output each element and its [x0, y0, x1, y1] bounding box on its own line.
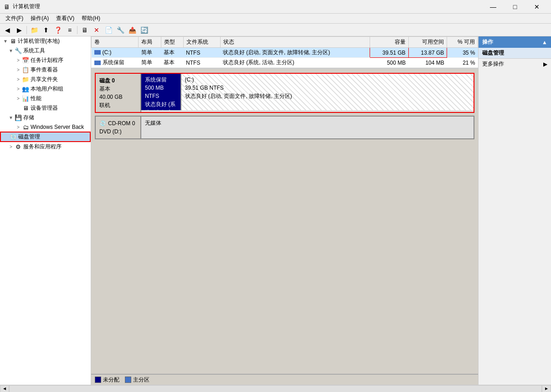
disk-0-size: 40.00 GB	[99, 93, 137, 101]
new-button[interactable]: 📄	[103, 25, 114, 35]
menu-file[interactable]: 文件(F)	[2, 14, 27, 23]
table-row[interactable]: 系统保留简单基本NTFS状态良好 (系统, 活动, 主分区)500 MB104 …	[92, 58, 478, 68]
table-cell-layout: 简单	[139, 48, 161, 58]
sidebar-shared-folders[interactable]: > 📁 共享文件夹	[0, 75, 91, 84]
disk-0-name: 磁盘 0	[99, 76, 137, 85]
bottom-scrollbar[interactable]: ◀ ▶	[0, 385, 551, 392]
menu-help[interactable]: 帮助(H)	[78, 14, 104, 23]
table-cell-free: 104 MB	[408, 58, 447, 68]
delete-button[interactable]: ✕	[91, 25, 102, 35]
close-button[interactable]: ✕	[526, 0, 547, 14]
scroll-left-btn[interactable]: ◀	[0, 385, 9, 392]
cdrom-0-type: DVD (D:)	[99, 127, 137, 136]
actions-more[interactable]: 更多操作 ▶	[479, 59, 551, 69]
sidebar-event-viewer-label: 事件查看器	[31, 66, 58, 74]
empty-area	[95, 142, 474, 233]
toolbar-sep-2	[77, 26, 77, 34]
sidebar: ▼ 🖥 计算机管理(本地) ▼ 🔧 系统工具 > 📅 任务计划程序 > 📋 事件…	[0, 36, 91, 385]
content-area: 卷 布局 类型 文件系统 状态 容量 可用空间 % 可用 (C:)简单基本NTF…	[91, 36, 478, 385]
up-button[interactable]: ⬆	[41, 25, 51, 35]
local-users-icon: 👥	[22, 86, 29, 93]
toolbar: ◀ ▶ 📁 ⬆ ❓ ≡ 🖥 ✕ 📄 🔧 📤 🔄	[0, 24, 551, 36]
help-button[interactable]: ❓	[52, 25, 63, 35]
part-sysres-label: 系统保留	[145, 76, 177, 84]
list-button[interactable]: ≡	[64, 25, 75, 35]
sidebar-disk-management-label: 磁盘管理	[18, 133, 40, 141]
table-cell-free: 13.87 GB	[408, 48, 447, 58]
table-cell-vol: 系统保留	[92, 58, 139, 68]
sidebar-storage-label: 存储	[23, 114, 34, 122]
sidebar-performance[interactable]: > 📊 性能	[0, 94, 91, 103]
menu-bar: 文件(F) 操作(A) 查看(V) 帮助(H)	[0, 14, 551, 24]
sidebar-services-label: 服务和应用程序	[23, 143, 62, 151]
sidebar-root-label: 计算机管理(本地)	[18, 37, 60, 45]
vol-label: (C:)	[103, 49, 112, 56]
sidebar-local-users-label: 本地用户和组	[31, 85, 63, 93]
menu-action[interactable]: 操作(A)	[27, 14, 52, 23]
expand-local-users: >	[15, 87, 22, 92]
partition-c[interactable]: (C:) 39.51 GB NTFS 状态良好 (启动, 页面文件, 故障转储,…	[181, 74, 474, 110]
actions-title: 操作	[482, 38, 493, 46]
table-row[interactable]: (C:)简单基本NTFS状态良好 (启动, 页面文件, 故障转储, 主分区)39…	[92, 48, 478, 58]
actions-subheader: 磁盘管理	[479, 48, 551, 59]
back-button[interactable]: ◀	[2, 25, 13, 35]
sidebar-disk-management[interactable]: 💿 磁盘管理	[0, 132, 91, 142]
minimize-button[interactable]: —	[483, 0, 504, 14]
actions-panel: 操作 ▲ 磁盘管理 更多操作 ▶	[478, 36, 551, 385]
performance-icon: 📊	[22, 95, 29, 102]
table-cell-vol: (C:)	[92, 48, 139, 58]
scroll-right-btn[interactable]: ▶	[542, 385, 551, 392]
folder-button[interactable]: 📁	[29, 25, 40, 35]
legend-unallocated-box	[95, 377, 101, 383]
scroll-track[interactable]	[9, 385, 542, 392]
sidebar-expand-storage: ▼	[7, 115, 15, 120]
sidebar-windows-backup-label: Windows Server Back	[31, 124, 84, 130]
sidebar-expand-root: ▼	[2, 39, 9, 44]
forward-button[interactable]: ▶	[14, 25, 25, 35]
sidebar-event-viewer[interactable]: > 📋 事件查看器	[0, 65, 91, 75]
props-button[interactable]: 🔧	[115, 25, 126, 35]
cdrom-row-0: 💿 CD-ROM 0 DVD (D:) 无媒体	[95, 116, 474, 139]
actions-header: 操作 ▲	[479, 36, 551, 48]
sidebar-performance-label: 性能	[31, 95, 41, 102]
table-cell-layout: 简单	[139, 58, 161, 68]
part-sysres-size: 500 MB NTFS	[145, 84, 177, 100]
disk-map-section: 磁盘 0 基本 40.00 GB 联机 系统保留 500 MB NTFS 状态良…	[91, 69, 478, 374]
table-cell-status: 状态良好 (启动, 页面文件, 故障转储, 主分区)	[220, 48, 370, 58]
refresh-button[interactable]: 🔄	[139, 25, 149, 35]
sidebar-device-manager-label: 设备管理器	[31, 104, 58, 112]
expand-shared-folders: >	[15, 77, 22, 82]
part-c-status: 状态良好 (启动, 页面文件, 故障转储, 主分区)	[185, 92, 470, 100]
volumes-table: 卷 布局 类型 文件系统 状态 容量 可用空间 % 可用 (C:)简单基本NTF…	[91, 36, 478, 68]
sidebar-windows-backup[interactable]: > 🗂 Windows Server Back	[0, 122, 91, 132]
system-tools-icon: 🔧	[15, 47, 22, 55]
col-type: 类型	[161, 37, 183, 48]
col-vol: 卷	[92, 37, 139, 48]
disk-0-partitions: 系统保留 500 MB NTFS 状态良好 (系统, 活动, 主分区) (C:)…	[141, 74, 474, 110]
menu-view[interactable]: 查看(V)	[52, 14, 78, 23]
sidebar-local-users[interactable]: > 👥 本地用户和组	[0, 84, 91, 94]
sidebar-device-manager[interactable]: 🖥 设备管理器	[0, 103, 91, 113]
storage-icon: 💾	[15, 114, 22, 122]
show-button[interactable]: 🖥	[79, 25, 90, 35]
sidebar-services[interactable]: > ⚙ 服务和应用程序	[0, 142, 91, 152]
expand-device-mgr	[15, 106, 22, 111]
partition-sysreserved[interactable]: 系统保留 500 MB NTFS 状态良好 (系统, 活动, 主分区)	[141, 74, 181, 110]
sidebar-root[interactable]: ▼ 🖥 计算机管理(本地)	[0, 36, 91, 46]
legend-unallocated: 未分配	[95, 376, 119, 384]
actions-more-label: 更多操作	[482, 60, 504, 68]
cdrom-0-label: 💿 CD-ROM 0 DVD (D:)	[96, 117, 141, 138]
col-fs: 文件系统	[183, 37, 220, 48]
table-cell-type: 基本	[161, 58, 183, 68]
maximize-button[interactable]: □	[505, 0, 525, 14]
sidebar-task-scheduler[interactable]: > 📅 任务计划程序	[0, 56, 91, 65]
cdrom-0-content: 无媒体	[141, 117, 474, 138]
sidebar-storage[interactable]: ▼ 💾 存储	[0, 113, 91, 122]
sidebar-system-tools[interactable]: ▼ 🔧 系统工具	[0, 46, 91, 56]
actions-more-arrow: ▶	[543, 61, 547, 67]
task-scheduler-icon: 📅	[22, 57, 29, 64]
export-button[interactable]: 📤	[127, 25, 138, 35]
shared-folders-icon: 📁	[22, 76, 29, 83]
table-cell-type: 基本	[161, 48, 183, 58]
actions-collapse-icon[interactable]: ▲	[542, 39, 547, 46]
